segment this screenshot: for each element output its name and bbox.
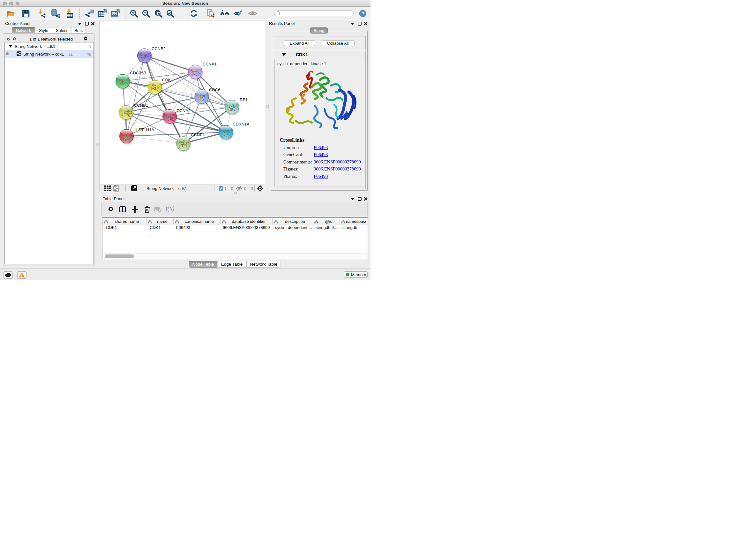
svg-text:CDC6: CDC6: [209, 87, 220, 92]
svg-text:CCNB2: CCNB2: [151, 46, 165, 51]
svg-text:HIST1H1A: HIST1H1A: [134, 127, 154, 132]
svg-text:CCNE1: CCNE1: [191, 132, 205, 137]
svg-text:RB1: RB1: [240, 98, 248, 102]
svg-text:CDK1: CDK1: [162, 78, 173, 82]
svg-text:CCNA1: CCNA1: [203, 62, 217, 66]
svg-text:CCNB1: CCNB1: [134, 103, 148, 108]
svg-text:CDKN1A: CDKN1A: [232, 122, 250, 126]
svg-text:?: ?: [361, 10, 364, 16]
svg-text:CDC25B: CDC25B: [130, 71, 146, 75]
svg-text:CCNA2: CCNA2: [177, 108, 191, 113]
